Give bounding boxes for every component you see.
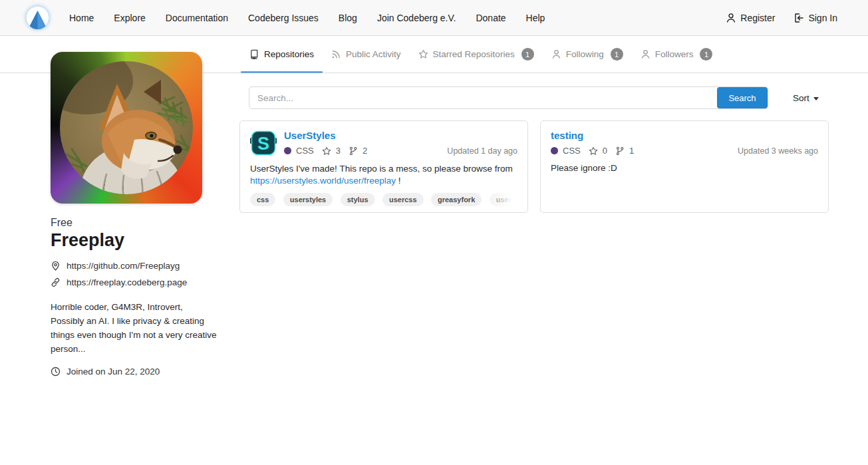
repo-card-userstyles: S UserStyles CSS 3	[239, 120, 528, 213]
repo-updated: Updated 3 weeks ago	[738, 146, 818, 156]
avatar[interactable]	[51, 52, 202, 204]
star-icon	[418, 49, 428, 59]
language-color-dot	[551, 147, 558, 154]
git-branch-icon	[349, 146, 358, 156]
following-count-badge: 1	[611, 48, 623, 61]
repo-updated: Updated 1 day ago	[447, 146, 517, 156]
tab-public-activity[interactable]: Public Activity	[323, 36, 410, 73]
topic-tag[interactable]: stylus	[341, 193, 375, 206]
search-input[interactable]	[249, 86, 768, 109]
tab-label: Following	[566, 49, 604, 59]
topic-tag[interactable]: userstyles	[283, 193, 333, 206]
profile-location[interactable]: https://github.com/Freeplayg	[67, 261, 180, 271]
register-button[interactable]: Register	[726, 13, 775, 23]
tab-starred-repositories[interactable]: Starred Repositories 1	[410, 36, 543, 73]
repo-header-text: UserStyles CSS 3 2 Updated 1 da	[284, 130, 517, 156]
repo-link[interactable]: UserStyles	[284, 130, 336, 141]
repo-language: CSS	[296, 146, 314, 156]
avatar-photo	[60, 61, 193, 194]
register-label: Register	[740, 13, 775, 23]
top-navbar: Home Explore Documentation Codeberg Issu…	[0, 0, 868, 36]
repo-fork-count: 1	[629, 146, 634, 156]
followers-count-badge: 1	[700, 48, 712, 61]
repo-description: Please ignore :D	[551, 162, 818, 174]
repo-meta-row: CSS 0 1 Updated 3 weeks ago	[551, 146, 818, 156]
rss-icon	[331, 49, 341, 59]
nav-explore[interactable]: Explore	[104, 0, 155, 36]
repo-description-suffix: !	[398, 176, 401, 186]
link-icon	[51, 277, 61, 287]
tab-followers[interactable]: Followers 1	[632, 36, 722, 73]
repo-language: CSS	[563, 146, 581, 156]
tab-following[interactable]: Following 1	[543, 36, 632, 73]
language-color-dot	[284, 147, 291, 154]
repo-meta-row: CSS 3 2 Updated 1 day ago	[284, 146, 517, 156]
nav-donate[interactable]: Donate	[466, 0, 515, 36]
profile-display-name: Free	[51, 217, 218, 229]
repo-topics: css userstyles stylus usercss greasyfork…	[250, 193, 517, 208]
star-icon	[322, 146, 331, 156]
profile-joined-row: Joined on Jun 22, 2020	[51, 367, 218, 377]
topic-tag[interactable]: greasyfork	[431, 193, 482, 206]
nav-blog[interactable]: Blog	[329, 0, 367, 36]
profile-bio: Horrible coder, G4M3R, Introvert, Possib…	[51, 301, 218, 357]
search-box: Search	[249, 86, 768, 109]
tab-label: Starred Repositories	[433, 49, 515, 59]
starred-count-badge: 1	[521, 48, 534, 61]
repositories-content: Search Sort S UserStyles	[239, 73, 829, 213]
sign-in-button[interactable]: Sign In	[794, 13, 837, 23]
sort-dropdown[interactable]: Sort	[793, 93, 819, 103]
person-icon	[551, 49, 561, 59]
nav-join-codeberg[interactable]: Join Codeberg e.V.	[367, 0, 466, 36]
tab-repositories[interactable]: Repositories	[241, 36, 323, 73]
repo-star-count: 0	[603, 146, 607, 156]
sign-in-icon	[794, 13, 804, 23]
star-icon	[589, 146, 598, 156]
svg-text:S: S	[257, 134, 269, 154]
profile-sidebar: Free Freeplay https://github.com/Freepla…	[51, 52, 218, 377]
main-nav: Home Explore Documentation Codeberg Issu…	[59, 0, 555, 36]
location-pin-icon	[51, 261, 61, 271]
nav-codeberg-issues[interactable]: Codeberg Issues	[238, 0, 329, 36]
person-icon	[641, 49, 651, 59]
repo-description-link[interactable]: https://userstyles.world/user/freeplay	[250, 176, 396, 186]
repo-icon	[249, 49, 259, 59]
stylus-logo-icon: S	[250, 130, 277, 156]
nav-home[interactable]: Home	[59, 0, 104, 36]
repo-card-testing: testing CSS 0 1 Updated 3 weeks ago Plea…	[540, 120, 829, 213]
sign-in-label: Sign In	[808, 13, 837, 23]
nav-help[interactable]: Help	[516, 0, 555, 36]
tab-label: Repositories	[264, 49, 314, 59]
git-branch-icon	[615, 146, 625, 156]
tab-label: Followers	[655, 49, 694, 59]
fox-avatar-image	[60, 61, 193, 194]
repo-card-header: S UserStyles CSS 3	[250, 130, 517, 156]
repo-star-count: 3	[336, 146, 341, 156]
repo-search-row: Search Sort	[239, 86, 829, 109]
repository-list: S UserStyles CSS 3	[239, 120, 829, 213]
profile-website[interactable]: https://freeplay.codeberg.page	[67, 277, 187, 287]
topic-tag[interactable]: usercss	[382, 193, 424, 206]
codeberg-logo-icon	[25, 5, 50, 30]
topic-tag[interactable]: css	[250, 193, 275, 206]
nav-documentation[interactable]: Documentation	[156, 0, 238, 36]
topic-tag[interactable]: userstyle	[490, 193, 517, 206]
repo-description: UserStyles I've made! This repo is a mes…	[250, 163, 517, 187]
navbar-right: Register Sign In	[726, 13, 837, 23]
clock-icon	[51, 367, 61, 377]
person-icon	[726, 13, 736, 23]
repo-description-text: UserStyles I've made! This repo is a mes…	[250, 164, 513, 174]
sort-label: Sort	[793, 93, 809, 103]
profile-username: Freeplay	[51, 230, 218, 251]
repo-avatar: S	[250, 130, 277, 156]
search-button[interactable]: Search	[717, 87, 768, 108]
repo-link[interactable]: testing	[551, 130, 583, 141]
chevron-down-icon	[813, 97, 819, 100]
repo-fork-count: 2	[362, 146, 367, 156]
codeberg-logo[interactable]	[25, 5, 50, 30]
profile-website-row: https://freeplay.codeberg.page	[51, 277, 218, 287]
profile-joined-date: Joined on Jun 22, 2020	[67, 367, 160, 377]
profile-location-row: https://github.com/Freeplayg	[51, 261, 218, 271]
tab-label: Public Activity	[346, 49, 401, 59]
